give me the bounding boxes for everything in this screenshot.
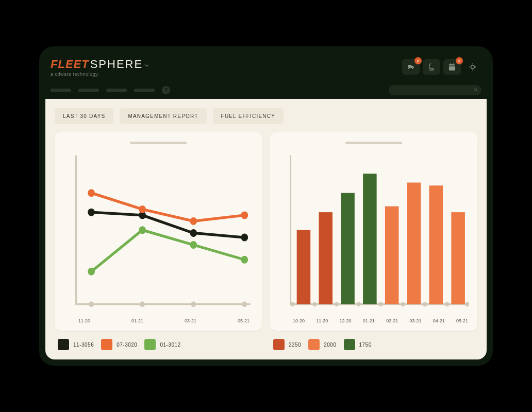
legend-swatch-orange — [101, 339, 112, 350]
legend-item-1750[interactable]: 1750 — [344, 339, 372, 350]
legend-label: 2250 — [289, 342, 301, 348]
legend-item-11-3056[interactable]: 11-3056 — [58, 339, 94, 350]
brand-fleet-word: FLEET — [51, 58, 89, 71]
svg-point-5 — [191, 301, 196, 307]
svg-point-10 — [241, 234, 248, 242]
search-icon — [473, 88, 478, 93]
svg-point-18 — [241, 256, 248, 264]
svg-rect-24 — [363, 174, 377, 304]
svg-point-31 — [335, 302, 339, 306]
legend-swatch-black — [58, 339, 69, 350]
calendar-badge: 2 — [456, 57, 463, 64]
svg-point-11 — [88, 189, 95, 197]
svg-point-35 — [423, 302, 427, 306]
line-chart-legend: 11-3056 07-3020 01-3012 — [55, 339, 262, 350]
svg-rect-28 — [451, 212, 465, 304]
locate-button[interactable] — [464, 59, 481, 75]
svg-point-30 — [312, 302, 317, 306]
filter-last-30-days[interactable]: LAST 30 DAYS — [55, 108, 113, 124]
line-chart-title-placeholder — [130, 142, 187, 144]
svg-point-29 — [291, 302, 295, 306]
legend-swatch-green — [144, 339, 156, 350]
line-x-3: 05-21 — [238, 318, 250, 323]
bar-chart-panel: 10-20 11-20 12-20 01-21 02-21 03-21 04-2… — [270, 132, 477, 331]
line-chart-panel: 11-20 01-21 03-21 05-21 — [55, 132, 262, 331]
svg-point-0 — [474, 89, 477, 91]
bar-chart-svg — [277, 150, 470, 315]
truck-icon — [407, 63, 415, 71]
svg-rect-23 — [341, 193, 355, 304]
brand-logo: FLEET SPHERE ™ a cdware technology. — [51, 58, 148, 77]
nav-item-3[interactable] — [106, 89, 127, 92]
line-x-2: 03-21 — [185, 318, 196, 323]
legend-item-07-3020[interactable]: 07-3020 — [101, 339, 137, 350]
bar-chart-x-axis: 10-20 11-20 12-20 01-21 02-21 03-21 04-2… — [277, 315, 470, 325]
bar-chart-legend: 2250 2000 1750 — [270, 339, 477, 350]
panels-row: 11-20 01-21 03-21 05-21 10-20 11-20 12-2… — [55, 132, 477, 331]
filter-management-report[interactable]: MANAGEMENT REPORT — [120, 108, 206, 124]
legend-swatch-darkgreen — [344, 339, 355, 350]
bar-chart-title-placeholder — [345, 142, 402, 144]
brand-trademark: ™ — [144, 64, 148, 69]
bar-chart — [277, 150, 470, 315]
help-icon[interactable]: ? — [162, 86, 170, 94]
nav-item-1[interactable] — [51, 89, 71, 92]
truck-button[interactable]: 2 — [402, 59, 420, 75]
crosshair-icon — [469, 63, 477, 71]
svg-point-16 — [139, 226, 146, 234]
bar-x-1: 11-20 — [316, 318, 328, 323]
svg-point-12 — [139, 205, 146, 213]
svg-point-34 — [401, 302, 405, 306]
legend-label: 2000 — [324, 342, 336, 348]
legend-label: 11-3056 — [73, 342, 94, 348]
svg-point-17 — [190, 241, 197, 249]
bar-x-6: 04-21 — [433, 318, 445, 323]
truck-badge: 2 — [414, 57, 422, 64]
brand-sphere-word: SPHERE — [90, 58, 143, 71]
topbar: FLEET SPHERE ™ a cdware technology. 2 2 — [45, 53, 487, 81]
svg-rect-25 — [385, 207, 399, 304]
bar-x-0: 10-20 — [293, 318, 305, 323]
bar-x-3: 01-21 — [363, 318, 375, 323]
line-x-1: 01-21 — [131, 318, 143, 323]
line-chart-svg — [62, 150, 255, 315]
app-frame: FLEET SPHERE ™ a cdware technology. 2 2 — [39, 46, 493, 366]
legend-swatch-lightorange — [308, 339, 320, 350]
legend-item-01-3012[interactable]: 01-3012 — [144, 339, 180, 350]
nav-item-4[interactable] — [134, 89, 155, 92]
legend-label: 1750 — [359, 342, 372, 348]
svg-point-4 — [140, 301, 145, 307]
svg-point-6 — [242, 301, 247, 307]
legends-row: 11-3056 07-3020 01-3012 2250 2 — [55, 339, 477, 350]
search-input[interactable] — [389, 85, 481, 95]
brand-subtitle: a cdware technology. — [51, 72, 148, 77]
svg-rect-27 — [429, 185, 443, 304]
line-chart — [62, 150, 255, 315]
legend-item-2250[interactable]: 2250 — [273, 339, 301, 350]
svg-point-15 — [88, 268, 95, 276]
filter-fuel-efficiency[interactable]: FUEL EFFICIENCY — [213, 108, 284, 124]
svg-point-32 — [357, 302, 361, 306]
bar-x-4: 02-21 — [386, 318, 398, 323]
topbar-actions: 2 2 — [402, 59, 481, 75]
content-area: LAST 30 DAYS MANAGEMENT REPORT FUEL EFFI… — [45, 99, 487, 359]
calendar-icon — [448, 63, 456, 71]
svg-point-9 — [190, 229, 197, 237]
svg-point-37 — [465, 302, 469, 306]
svg-point-13 — [190, 217, 197, 225]
svg-point-36 — [445, 302, 449, 306]
seat-icon — [427, 63, 436, 71]
legend-item-2000[interactable]: 2000 — [308, 339, 336, 350]
svg-rect-22 — [319, 212, 332, 304]
calendar-button[interactable]: 2 — [443, 59, 461, 75]
line-x-0: 11-20 — [78, 318, 90, 323]
seat-button[interactable] — [423, 59, 440, 75]
legend-label: 01-3012 — [160, 342, 180, 348]
legend-label: 07-3020 — [117, 342, 137, 348]
nav-item-2[interactable] — [78, 89, 99, 92]
navbar: ? — [45, 81, 487, 99]
line-chart-x-axis: 11-20 01-21 03-21 05-21 — [62, 315, 255, 325]
svg-point-7 — [88, 209, 95, 216]
bar-x-7: 05-21 — [456, 318, 468, 323]
svg-point-14 — [241, 211, 248, 219]
